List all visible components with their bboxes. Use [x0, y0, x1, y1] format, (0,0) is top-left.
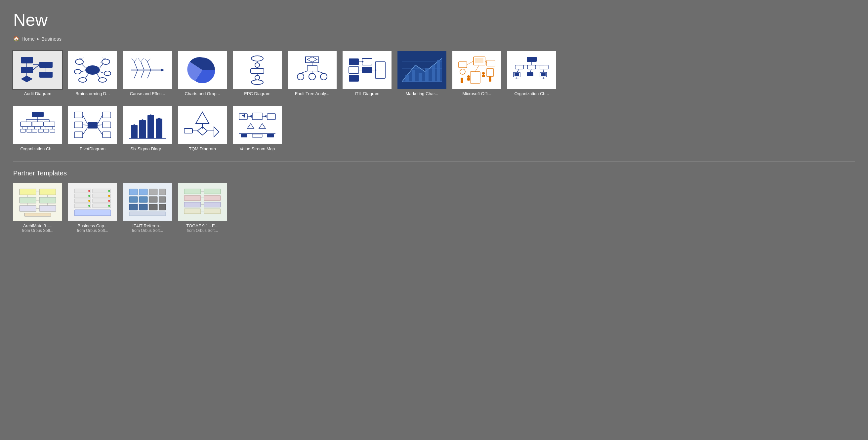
template-card-cause[interactable]: Cause and Effec...: [123, 51, 172, 96]
template-card-epc[interactable]: EPC Diagram: [233, 51, 282, 96]
template-card-itil[interactable]: ITIL Diagram: [343, 51, 392, 96]
home-icon: 🏠: [13, 36, 20, 42]
card-sublabel-bizcap: from Orbus Soft...: [68, 228, 117, 233]
svg-line-119: [517, 69, 519, 72]
svg-point-13: [74, 69, 81, 74]
svg-rect-82: [425, 68, 429, 81]
template-card-archimate[interactable]: ArchiMate 3 -... from Orbus Soft...: [13, 183, 62, 233]
svg-line-22: [97, 73, 100, 78]
svg-marker-170: [214, 127, 219, 137]
template-card-charts[interactable]: Charts and Grap...: [178, 51, 227, 96]
card-label-pivot: PivotDiagram: [68, 146, 117, 151]
svg-rect-185: [267, 134, 274, 137]
svg-rect-223: [129, 197, 137, 202]
svg-rect-100: [482, 75, 485, 77]
svg-rect-83: [432, 65, 435, 81]
svg-line-155: [97, 125, 102, 125]
breadcrumb-separator: ▶: [37, 37, 39, 41]
svg-line-20: [100, 72, 104, 73]
card-thumb-orgchart1: [507, 51, 556, 89]
svg-line-37: [138, 59, 141, 62]
card-thumb-fault: [288, 51, 337, 89]
svg-rect-44: [251, 68, 264, 74]
svg-point-101: [489, 76, 491, 79]
svg-rect-234: [184, 202, 201, 207]
svg-rect-222: [159, 189, 166, 195]
svg-rect-84: [437, 60, 440, 81]
template-card-marketing[interactable]: Marketing Char...: [398, 51, 446, 96]
svg-line-18: [100, 63, 103, 68]
svg-point-53: [297, 73, 304, 80]
svg-point-55: [320, 73, 327, 80]
template-card-orgchart2[interactable]: Organization Ch...: [13, 106, 62, 151]
card-thumb-valuestream: [233, 106, 282, 144]
card-label-marketing: Marketing Char...: [398, 91, 446, 96]
page-title: New: [13, 10, 855, 30]
svg-point-42: [251, 56, 263, 61]
template-card-orgchart1[interactable]: Organization Ch...: [507, 51, 556, 96]
svg-rect-148: [102, 112, 111, 118]
card-label-cause: Cause and Effec...: [123, 91, 172, 96]
svg-rect-136: [32, 129, 37, 132]
template-card-valuestream[interactable]: Value Stream Map: [233, 106, 282, 151]
svg-rect-194: [25, 213, 51, 216]
svg-rect-85: [459, 62, 467, 68]
template-card-pivot[interactable]: PivotDiagram: [68, 106, 117, 151]
svg-marker-2: [21, 76, 33, 82]
template-card-sixsigma[interactable]: Six Sigma Diagr...: [123, 106, 172, 151]
card-thumb-archimate: [13, 183, 62, 221]
template-card-audit[interactable]: Audit Diagram: [13, 51, 62, 96]
svg-rect-103: [527, 57, 537, 62]
template-card-tqm[interactable]: TQM Diagram: [178, 106, 227, 151]
svg-point-212: [88, 195, 90, 197]
svg-rect-96: [461, 80, 463, 83]
svg-rect-221: [149, 189, 157, 195]
svg-rect-203: [93, 189, 111, 193]
template-card-msoffice[interactable]: Microsoft Offi...: [452, 51, 501, 96]
template-card-togaf[interactable]: TOGAF 9.1 - E... from Orbus Soft...: [178, 183, 227, 233]
card-label-msoffice: Microsoft Offi...: [452, 91, 501, 96]
svg-rect-81: [418, 73, 422, 81]
template-card-brainstorming[interactable]: Brainstorming D...: [68, 51, 117, 96]
card-thumb-charts: [178, 51, 227, 89]
card-thumb-marketing: [398, 51, 446, 89]
card-label-bizcap: Business Cap...: [68, 223, 117, 228]
card-thumb-cause: [123, 51, 172, 89]
svg-rect-91: [470, 72, 480, 83]
breadcrumb-current: Business: [41, 36, 62, 42]
svg-rect-89: [487, 60, 495, 66]
svg-line-23: [80, 58, 84, 59]
svg-rect-3: [39, 62, 53, 68]
svg-rect-225: [149, 197, 157, 202]
svg-rect-218: [74, 210, 111, 216]
svg-rect-98: [467, 78, 470, 80]
svg-line-35: [132, 59, 134, 62]
svg-rect-107: [540, 65, 548, 69]
template-card-it4it[interactable]: IT4IT Referen... from Orbus Soft...: [123, 183, 172, 233]
svg-rect-236: [204, 189, 221, 194]
breadcrumb-home[interactable]: Home: [22, 36, 35, 42]
card-label-valuestream: Value Stream Map: [233, 146, 282, 151]
card-thumb-sixsigma: [123, 106, 172, 144]
svg-rect-129: [32, 122, 43, 127]
svg-rect-231: [129, 212, 166, 216]
card-label-sixsigma: Six Sigma Diagr...: [123, 146, 172, 151]
svg-line-34: [148, 70, 151, 78]
svg-rect-79: [405, 75, 409, 81]
template-card-fault[interactable]: Fault Tree Analy...: [288, 51, 337, 96]
card-label-it4it: IT4IT Referen...: [123, 223, 172, 228]
card-label-audit: Audit Diagram: [13, 91, 62, 96]
card-label-orgchart2: Organization Ch...: [13, 146, 62, 151]
svg-rect-62: [349, 67, 359, 73]
svg-rect-122: [32, 112, 44, 117]
svg-rect-176: [252, 113, 262, 120]
svg-rect-172: [184, 129, 192, 133]
svg-point-46: [251, 80, 263, 84]
template-card-bizcap[interactable]: Business Cap... from Orbus Soft...: [68, 183, 117, 233]
svg-line-33: [141, 70, 144, 78]
svg-rect-190: [20, 197, 36, 203]
svg-rect-235: [184, 209, 201, 214]
svg-rect-237: [204, 196, 221, 201]
svg-point-43: [255, 63, 259, 67]
svg-rect-188: [20, 189, 36, 195]
